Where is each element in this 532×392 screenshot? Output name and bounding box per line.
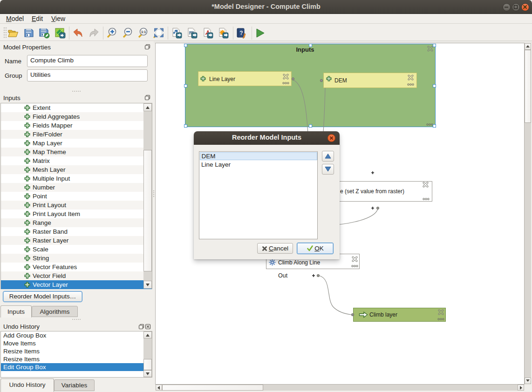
svg-text:?: ? bbox=[239, 30, 243, 36]
